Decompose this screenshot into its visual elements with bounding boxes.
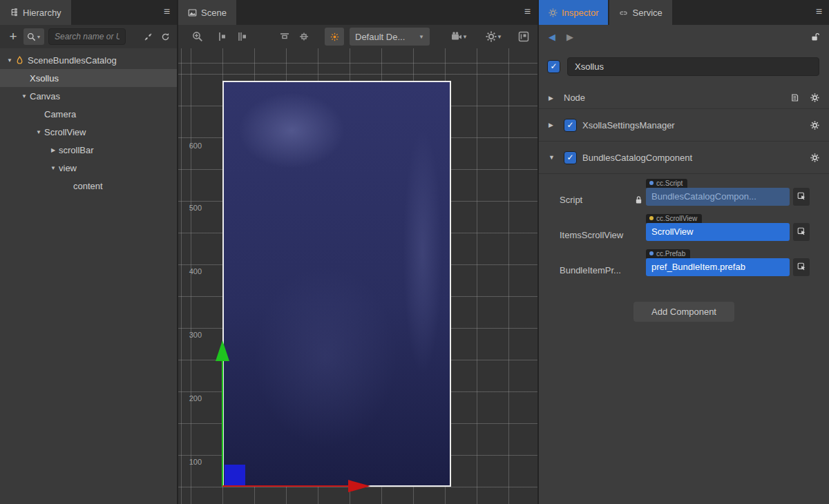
x-axis-arrowhead-icon xyxy=(348,480,370,492)
align-center-horizontal-icon[interactable] xyxy=(296,28,312,45)
scrollview-reference-field[interactable]: ScrollView xyxy=(646,223,790,241)
chevron-down-icon[interactable]: ▼ xyxy=(4,57,15,64)
scene-viewport[interactable]: 600 500 400 300 200 100 0 xyxy=(178,48,537,504)
collapse-all-icon[interactable] xyxy=(144,32,153,41)
component-enabled-checkbox[interactable]: ✓ xyxy=(564,119,577,132)
tree-item-canvas[interactable]: ▼ Canvas xyxy=(0,87,177,105)
tree-item-camera[interactable]: Camera xyxy=(0,105,177,123)
gear-icon[interactable] xyxy=(810,121,819,130)
picker-button[interactable] xyxy=(793,188,810,206)
tab-service[interactable]: Service xyxy=(609,0,671,25)
chevron-down-icon: ▼ xyxy=(462,34,468,40)
script-reference-field[interactable]: BundlesCatalogCompon... xyxy=(646,188,790,206)
tree-item-label: scrollBar xyxy=(59,145,94,155)
search-icon xyxy=(27,32,36,41)
tree-item-view[interactable]: ▼ view xyxy=(0,159,177,177)
scene-panel: Scene ≡ Default De... ▼ ▼ ▼ 600 500 400 … xyxy=(178,0,537,504)
chevron-right-icon[interactable]: ▶ xyxy=(549,95,558,101)
prop-label: ItemsScrollView xyxy=(560,230,623,240)
scene-menu-icon[interactable]: ≡ xyxy=(524,6,531,18)
node-name-row: ✓ Xsollus xyxy=(547,57,819,76)
hierarchy-tab-label: Hierarchy xyxy=(23,8,61,18)
service-tab-label: Service xyxy=(632,8,662,18)
picker-cursor-icon xyxy=(797,192,806,201)
component-header-bundlescatalogcomponent[interactable]: ▼ ✓ BundlesCatalogComponent xyxy=(539,142,829,174)
search-filter-button[interactable]: ▼ xyxy=(23,28,44,45)
nav-forward-icon[interactable]: ▶ xyxy=(566,32,573,42)
tree-item-scenebundlescatalog[interactable]: ▼ SceneBundlesCatalog xyxy=(0,51,177,69)
tree-item-xsollus[interactable]: Xsollus xyxy=(0,69,177,87)
type-badge-label: cc.Prefab xyxy=(656,250,685,258)
refresh-icon[interactable] xyxy=(161,32,170,41)
prop-label: BundleItemPr... xyxy=(560,265,621,275)
docs-icon[interactable] xyxy=(790,93,799,102)
picker-button[interactable] xyxy=(793,223,810,241)
prop-row-script: Script cc.Script BundlesCatalogCompon... xyxy=(539,177,829,212)
component-enabled-checkbox[interactable]: ✓ xyxy=(564,151,577,164)
add-component-button[interactable]: Add Component xyxy=(633,302,734,322)
type-badge-label: cc.ScrollView xyxy=(656,215,697,222)
tree-item-content[interactable]: content xyxy=(0,177,177,195)
chevron-right-icon[interactable]: ▶ xyxy=(549,122,558,128)
nav-back-icon[interactable]: ◀ xyxy=(549,32,555,42)
component-name: XsollaSettingsManager xyxy=(582,120,675,130)
chevron-down-icon[interactable]: ▼ xyxy=(33,129,44,135)
x-axis-gizmo[interactable] xyxy=(222,485,350,487)
add-node-button[interactable]: + xyxy=(7,29,19,44)
node-active-checkbox[interactable]: ✓ xyxy=(547,60,560,73)
node-section-label: Node xyxy=(564,93,585,103)
scene-node-rect[interactable] xyxy=(225,465,245,486)
tree-item-label: SceneBundlesCatalog xyxy=(28,55,117,66)
hierarchy-tabbar: Hierarchy ≡ xyxy=(0,0,177,25)
tab-scene[interactable]: Scene xyxy=(178,0,236,25)
hierarchy-menu-icon[interactable]: ≡ xyxy=(164,6,170,18)
gizmo-toggle-button[interactable] xyxy=(325,28,344,46)
ruler-label: 500 xyxy=(178,204,202,212)
camera-menu-button[interactable]: ▼ xyxy=(448,28,471,45)
inspector-tabbar: Inspector Service ≡ xyxy=(539,0,829,25)
tab-inspector[interactable]: Inspector xyxy=(539,0,608,25)
tree-item-label: Xsollus xyxy=(30,73,59,84)
inspector-tab-label: Inspector xyxy=(562,8,598,18)
camera-icon xyxy=(451,31,462,42)
tree-item-scrollview[interactable]: ▼ ScrollView xyxy=(0,123,177,141)
design-resolution-dropdown[interactable]: Default De... ▼ xyxy=(350,28,430,46)
chevron-down-icon[interactable]: ▼ xyxy=(549,154,558,161)
type-badge: cc.Script xyxy=(646,179,687,188)
search-input[interactable] xyxy=(48,28,126,45)
tree-item-scrollbar[interactable]: ▶ scrollBar xyxy=(0,141,177,159)
scene-settings-button[interactable]: ▼ xyxy=(482,28,506,45)
gear-icon[interactable] xyxy=(810,153,819,162)
zoom-tool-icon[interactable] xyxy=(189,28,206,45)
design-canvas[interactable] xyxy=(222,81,451,487)
hierarchy-toolbar: + ▼ xyxy=(0,25,177,48)
picker-button[interactable] xyxy=(793,258,810,276)
tree-item-label: content xyxy=(73,181,103,191)
gear-icon[interactable] xyxy=(810,93,819,102)
align-top-icon[interactable] xyxy=(276,28,293,45)
component-properties: Script cc.Script BundlesCatalogCompon...… xyxy=(539,174,829,302)
chevron-down-icon[interactable]: ▼ xyxy=(48,165,59,171)
y-axis-gizmo[interactable] xyxy=(222,361,223,487)
prefab-reference-field[interactable]: pref_BundleItem.prefab xyxy=(646,258,790,276)
chevron-down-icon[interactable]: ▼ xyxy=(19,93,30,99)
prop-row-itemsscrollview: ItemsScrollView cc.ScrollView ScrollView xyxy=(539,212,829,247)
ruler-label: 600 xyxy=(178,142,202,150)
tab-hierarchy[interactable]: Hierarchy xyxy=(0,0,71,25)
node-section-header[interactable]: ▶ Node xyxy=(539,87,829,109)
inspector-menu-icon[interactable]: ≡ xyxy=(816,6,822,18)
scene-tabbar: Scene ≡ xyxy=(178,0,537,25)
tree-item-label: Camera xyxy=(44,109,76,119)
prop-label: Script xyxy=(560,195,582,205)
align-center-vertical-icon[interactable] xyxy=(234,28,250,45)
layout-toggle-icon[interactable] xyxy=(515,28,532,45)
unlock-icon[interactable] xyxy=(810,32,819,41)
hierarchy-tree: ▼ SceneBundlesCatalog Xsollus ▼ Canvas C… xyxy=(0,51,177,195)
picker-cursor-icon xyxy=(797,262,806,271)
node-name-input[interactable]: Xsollus xyxy=(567,57,819,76)
type-dot-icon xyxy=(649,181,654,185)
type-dot-icon xyxy=(649,216,654,220)
component-header-xsollasettingsmanager[interactable]: ▶ ✓ XsollaSettingsManager xyxy=(539,109,829,142)
align-left-icon[interactable] xyxy=(214,28,231,45)
chevron-right-icon[interactable]: ▶ xyxy=(48,147,59,153)
